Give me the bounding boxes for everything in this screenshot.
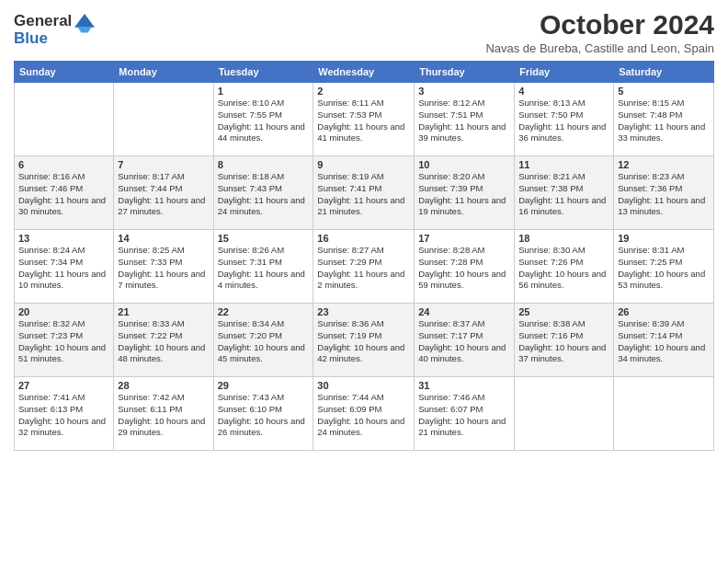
day-info: Sunrise: 8:19 AMSunset: 7:41 PMDaylight:… bbox=[317, 171, 410, 218]
day-info: Sunrise: 8:25 AMSunset: 7:33 PMDaylight:… bbox=[118, 245, 209, 292]
day-info: Sunrise: 8:20 AMSunset: 7:39 PMDaylight:… bbox=[418, 171, 510, 218]
calendar-cell: 22Sunrise: 8:34 AMSunset: 7:20 PMDayligh… bbox=[213, 304, 313, 377]
header: General Blue October 2024 Navas de Bureb… bbox=[14, 9, 714, 55]
col-thursday: Thursday bbox=[415, 62, 515, 83]
day-number: 4 bbox=[518, 86, 609, 97]
day-number: 14 bbox=[118, 233, 209, 244]
calendar-cell: 29Sunrise: 7:43 AMSunset: 6:10 PMDayligh… bbox=[213, 377, 313, 451]
day-info: Sunrise: 8:26 AMSunset: 7:31 PMDaylight:… bbox=[218, 245, 310, 292]
calendar-cell: 27Sunrise: 7:41 AMSunset: 6:13 PMDayligh… bbox=[15, 377, 114, 451]
calendar-cell: 10Sunrise: 8:20 AMSunset: 7:39 PMDayligh… bbox=[415, 156, 515, 230]
col-sunday: Sunday bbox=[15, 62, 114, 83]
calendar-cell: 5Sunrise: 8:15 AMSunset: 7:48 PMDaylight… bbox=[614, 83, 714, 156]
calendar-cell: 20Sunrise: 8:32 AMSunset: 7:23 PMDayligh… bbox=[15, 304, 114, 377]
day-number: 16 bbox=[317, 233, 410, 244]
calendar-cell: 4Sunrise: 8:13 AMSunset: 7:50 PMDaylight… bbox=[515, 83, 614, 156]
day-info: Sunrise: 8:21 AMSunset: 7:38 PMDaylight:… bbox=[518, 171, 609, 218]
calendar-cell bbox=[515, 377, 614, 451]
day-info: Sunrise: 8:39 AMSunset: 7:14 PMDaylight:… bbox=[618, 318, 710, 365]
calendar-cell: 14Sunrise: 8:25 AMSunset: 7:33 PMDayligh… bbox=[114, 230, 213, 304]
day-number: 25 bbox=[518, 306, 609, 317]
day-info: Sunrise: 8:38 AMSunset: 7:16 PMDaylight:… bbox=[518, 318, 609, 365]
logo: General Blue bbox=[14, 13, 95, 47]
day-number: 5 bbox=[618, 86, 710, 97]
calendar-cell: 28Sunrise: 7:42 AMSunset: 6:11 PMDayligh… bbox=[114, 377, 213, 451]
day-number: 12 bbox=[618, 159, 710, 170]
day-info: Sunrise: 8:27 AMSunset: 7:29 PMDaylight:… bbox=[317, 245, 410, 292]
svg-marker-0 bbox=[74, 14, 95, 28]
day-number: 6 bbox=[18, 159, 109, 170]
day-number: 7 bbox=[118, 159, 209, 170]
month-year-title: October 2024 bbox=[485, 9, 714, 40]
col-saturday: Saturday bbox=[614, 62, 714, 83]
day-info: Sunrise: 7:44 AMSunset: 6:09 PMDaylight:… bbox=[317, 392, 410, 439]
calendar-cell bbox=[15, 83, 114, 156]
day-number: 28 bbox=[118, 380, 209, 391]
calendar-cell: 7Sunrise: 8:17 AMSunset: 7:44 PMDaylight… bbox=[114, 156, 213, 230]
header-row: Sunday Monday Tuesday Wednesday Thursday… bbox=[15, 62, 714, 83]
day-number: 10 bbox=[418, 159, 510, 170]
day-number: 31 bbox=[418, 380, 510, 391]
calendar-cell: 17Sunrise: 8:28 AMSunset: 7:28 PMDayligh… bbox=[415, 230, 515, 304]
calendar-cell: 24Sunrise: 8:37 AMSunset: 7:17 PMDayligh… bbox=[415, 304, 515, 377]
day-info: Sunrise: 8:10 AMSunset: 7:55 PMDaylight:… bbox=[218, 98, 310, 144]
day-info: Sunrise: 8:32 AMSunset: 7:23 PMDaylight:… bbox=[18, 318, 109, 365]
calendar-week-5: 27Sunrise: 7:41 AMSunset: 6:13 PMDayligh… bbox=[15, 377, 714, 451]
day-info: Sunrise: 8:12 AMSunset: 7:51 PMDaylight:… bbox=[418, 98, 510, 144]
col-friday: Friday bbox=[515, 62, 614, 83]
calendar-cell: 3Sunrise: 8:12 AMSunset: 7:51 PMDaylight… bbox=[415, 83, 515, 156]
day-info: Sunrise: 8:28 AMSunset: 7:28 PMDaylight:… bbox=[418, 245, 510, 292]
calendar-cell bbox=[614, 377, 714, 451]
day-info: Sunrise: 7:41 AMSunset: 6:13 PMDaylight:… bbox=[18, 392, 109, 439]
calendar-cell: 6Sunrise: 8:16 AMSunset: 7:46 PMDaylight… bbox=[15, 156, 114, 230]
day-number: 20 bbox=[18, 306, 109, 317]
day-number: 29 bbox=[218, 380, 310, 391]
col-tuesday: Tuesday bbox=[213, 62, 313, 83]
day-number: 18 bbox=[518, 233, 609, 244]
title-block: October 2024 Navas de Bureba, Castille a… bbox=[485, 9, 714, 55]
col-monday: Monday bbox=[114, 62, 213, 83]
calendar-week-1: 1Sunrise: 8:10 AMSunset: 7:55 PMDaylight… bbox=[15, 83, 714, 156]
calendar-cell: 26Sunrise: 8:39 AMSunset: 7:14 PMDayligh… bbox=[614, 304, 714, 377]
day-number: 11 bbox=[518, 159, 609, 170]
day-number: 24 bbox=[418, 306, 510, 317]
calendar-cell bbox=[114, 83, 213, 156]
day-info: Sunrise: 8:18 AMSunset: 7:43 PMDaylight:… bbox=[218, 171, 310, 218]
logo-icon bbox=[74, 14, 95, 34]
calendar-table: Sunday Monday Tuesday Wednesday Thursday… bbox=[14, 61, 714, 451]
col-wednesday: Wednesday bbox=[313, 62, 415, 83]
calendar-cell: 1Sunrise: 8:10 AMSunset: 7:55 PMDaylight… bbox=[213, 83, 313, 156]
day-number: 26 bbox=[618, 306, 710, 317]
calendar-header: Sunday Monday Tuesday Wednesday Thursday… bbox=[15, 62, 714, 83]
calendar-week-2: 6Sunrise: 8:16 AMSunset: 7:46 PMDaylight… bbox=[15, 156, 714, 230]
day-info: Sunrise: 7:43 AMSunset: 6:10 PMDaylight:… bbox=[218, 392, 310, 439]
day-number: 15 bbox=[218, 233, 310, 244]
location-subtitle: Navas de Bureba, Castille and Leon, Spai… bbox=[485, 41, 714, 55]
day-number: 1 bbox=[218, 86, 310, 97]
calendar-cell: 2Sunrise: 8:11 AMSunset: 7:53 PMDaylight… bbox=[313, 83, 415, 156]
day-info: Sunrise: 8:30 AMSunset: 7:26 PMDaylight:… bbox=[518, 245, 609, 292]
day-number: 21 bbox=[118, 306, 209, 317]
calendar-body: 1Sunrise: 8:10 AMSunset: 7:55 PMDaylight… bbox=[15, 83, 714, 451]
calendar-cell: 16Sunrise: 8:27 AMSunset: 7:29 PMDayligh… bbox=[313, 230, 415, 304]
day-info: Sunrise: 8:15 AMSunset: 7:48 PMDaylight:… bbox=[618, 98, 710, 144]
calendar-cell: 30Sunrise: 7:44 AMSunset: 6:09 PMDayligh… bbox=[313, 377, 415, 451]
calendar-cell: 8Sunrise: 8:18 AMSunset: 7:43 PMDaylight… bbox=[213, 156, 313, 230]
logo-text: General Blue bbox=[14, 13, 72, 47]
day-number: 22 bbox=[218, 306, 310, 317]
calendar-cell: 11Sunrise: 8:21 AMSunset: 7:38 PMDayligh… bbox=[515, 156, 614, 230]
day-number: 30 bbox=[317, 380, 410, 391]
svg-marker-1 bbox=[78, 27, 92, 32]
day-number: 19 bbox=[618, 233, 710, 244]
day-number: 9 bbox=[317, 159, 410, 170]
day-info: Sunrise: 8:23 AMSunset: 7:36 PMDaylight:… bbox=[618, 171, 710, 218]
logo-blue: Blue bbox=[14, 30, 72, 48]
day-number: 27 bbox=[18, 380, 109, 391]
calendar-cell: 9Sunrise: 8:19 AMSunset: 7:41 PMDaylight… bbox=[313, 156, 415, 230]
calendar-cell: 13Sunrise: 8:24 AMSunset: 7:34 PMDayligh… bbox=[15, 230, 114, 304]
day-info: Sunrise: 7:42 AMSunset: 6:11 PMDaylight:… bbox=[118, 392, 209, 439]
day-info: Sunrise: 8:37 AMSunset: 7:17 PMDaylight:… bbox=[418, 318, 510, 365]
calendar-cell: 21Sunrise: 8:33 AMSunset: 7:22 PMDayligh… bbox=[114, 304, 213, 377]
day-info: Sunrise: 8:36 AMSunset: 7:19 PMDaylight:… bbox=[317, 318, 410, 365]
day-info: Sunrise: 8:24 AMSunset: 7:34 PMDaylight:… bbox=[18, 245, 109, 292]
